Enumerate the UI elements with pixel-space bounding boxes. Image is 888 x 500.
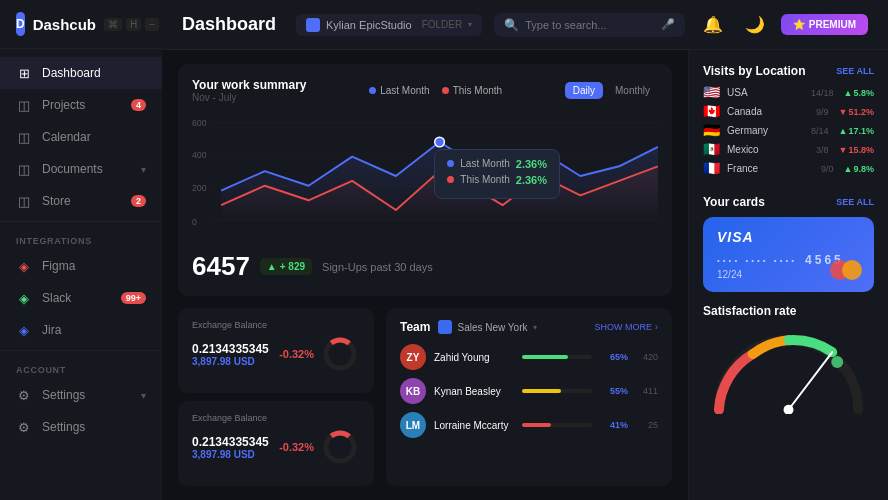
signups-label: Sign-Ups past 30 days bbox=[322, 261, 433, 273]
sidebar-item-dashboard[interactable]: ⊞ Dashboard bbox=[0, 57, 162, 89]
topbar: Dashboard Kylian EpicStudio FOLDER ▾ 🔍 🎤… bbox=[162, 0, 888, 50]
monthly-button[interactable]: Monthly bbox=[607, 82, 658, 99]
sidebar-item-label: Calendar bbox=[42, 130, 91, 144]
card-dots-text: •••• •••• •••• bbox=[717, 256, 797, 265]
projects-icon: ◫ bbox=[16, 97, 32, 113]
germany-flag: 🇩🇪 bbox=[703, 124, 721, 137]
visits-title: Visits by Location bbox=[703, 64, 805, 78]
workspace-icon bbox=[306, 18, 320, 32]
sidebar-item-settings-1[interactable]: ⚙ Settings ▾ bbox=[0, 379, 162, 411]
exchange-value-1: 0.2134335345 bbox=[192, 342, 269, 356]
svg-point-12 bbox=[326, 433, 354, 461]
tooltip-label-last: Last Month bbox=[460, 158, 509, 169]
exchange-values-1: 0.2134335345 3,897.98 USD bbox=[192, 342, 269, 367]
legend-label-last: Last Month bbox=[380, 85, 429, 96]
exchange-value-2: 0.2134335345 bbox=[192, 435, 269, 449]
donut-chart-1 bbox=[320, 334, 360, 374]
show-more-button[interactable]: SHOW MORE › bbox=[595, 322, 659, 332]
office-name: Sales New York bbox=[457, 322, 527, 333]
member-row-3: LM Lorraine Mccarty 41% 25 bbox=[400, 412, 658, 438]
store-icon: ◫ bbox=[16, 193, 32, 209]
shortcut-h: H bbox=[126, 18, 141, 31]
usa-change: ▲ 5.8% bbox=[844, 88, 874, 98]
sidebar-item-slack[interactable]: ◈ Slack 99+ bbox=[0, 282, 162, 314]
sidebar-item-documents[interactable]: ◫ Documents ▾ bbox=[0, 153, 162, 185]
chart-svg-wrap: 600 400 200 0 bbox=[192, 111, 658, 245]
chart-legend: Last Month This Month bbox=[369, 85, 502, 96]
member-name-2: Kynan Beasley bbox=[434, 386, 514, 397]
exchange-label-1: Exchange Balance bbox=[192, 320, 360, 330]
office-chevron: ▾ bbox=[533, 323, 537, 332]
chart-info: Your work summary Nov - July bbox=[192, 78, 306, 103]
sidebar-item-projects[interactable]: ◫ Projects 4 bbox=[0, 89, 162, 121]
visits-section: Visits by Location SEE ALL 🇺🇸 USA 14/18 … bbox=[703, 64, 874, 181]
legend-last-month: Last Month bbox=[369, 85, 429, 96]
visits-see-all[interactable]: SEE ALL bbox=[836, 66, 874, 76]
sidebar-item-settings-2[interactable]: ⚙ Settings bbox=[0, 411, 162, 443]
calendar-icon: ◫ bbox=[16, 129, 32, 145]
signups-count: 6457 bbox=[192, 251, 250, 282]
tooltip-row-last: Last Month 2.36% bbox=[447, 158, 547, 170]
location-row-mexico: 🇲🇽 Mexico 3/8 ▼ 15.8% bbox=[703, 143, 874, 156]
right-panel: Visits by Location SEE ALL 🇺🇸 USA 14/18 … bbox=[688, 50, 888, 500]
sidebar-logo: D Dashcub ⌘ H − bbox=[0, 0, 162, 49]
member-bar-wrap-3 bbox=[522, 423, 592, 427]
sidebar-item-calendar[interactable]: ◫ Calendar bbox=[0, 121, 162, 153]
usa-num: 14/18 bbox=[811, 88, 834, 98]
france-num: 9/0 bbox=[821, 164, 834, 174]
search-bar[interactable]: 🔍 🎤 bbox=[494, 13, 685, 37]
member-bar-wrap-1 bbox=[522, 355, 592, 359]
slack-badge: 99+ bbox=[121, 292, 146, 304]
svg-text:200: 200 bbox=[192, 183, 207, 193]
member-bar-wrap-2 bbox=[522, 389, 592, 393]
cards-header: Your cards SEE ALL bbox=[703, 195, 874, 209]
badge-value: + 829 bbox=[280, 261, 305, 272]
center-panel: Your work summary Nov - July Last Month … bbox=[162, 50, 688, 500]
usa-name: USA bbox=[727, 87, 805, 98]
visa-label: VISA bbox=[717, 229, 860, 245]
logo-text: Dashcub bbox=[33, 16, 96, 33]
dashboard-icon: ⊞ bbox=[16, 65, 32, 81]
exchange-usd-2: 3,897.98 USD bbox=[192, 449, 269, 460]
mexico-num: 3/8 bbox=[816, 145, 829, 155]
tooltip-val-last: 2.36% bbox=[516, 158, 547, 170]
member-row-2: KB Kynan Beasley 55% 411 bbox=[400, 378, 658, 404]
workspace-selector[interactable]: Kylian EpicStudio FOLDER ▾ bbox=[296, 14, 482, 36]
exchange-values-2: 0.2134335345 3,897.98 USD bbox=[192, 435, 269, 460]
legend-label-this: This Month bbox=[453, 85, 502, 96]
chart-header: Your work summary Nov - July Last Month … bbox=[192, 78, 658, 103]
theme-toggle-button[interactable]: 🌙 bbox=[739, 9, 771, 41]
legend-this-month: This Month bbox=[442, 85, 502, 96]
donut-chart-2 bbox=[320, 427, 360, 467]
cards-section: Your cards SEE ALL VISA •••• •••• •••• 4… bbox=[703, 195, 874, 292]
canada-num: 9/9 bbox=[816, 107, 829, 117]
notifications-button[interactable]: 🔔 bbox=[697, 9, 729, 41]
sidebar-item-jira[interactable]: ◈ Jira bbox=[0, 314, 162, 346]
sidebar-item-figma[interactable]: ◈ Figma bbox=[0, 250, 162, 282]
satisfaction-title: Satisfaction rate bbox=[703, 304, 874, 318]
svg-point-10 bbox=[326, 340, 354, 368]
exchange-row-1: 0.2134335345 3,897.98 USD -0.32% bbox=[192, 334, 360, 374]
team-title: Team bbox=[400, 320, 430, 334]
tooltip-val-this: 2.36% bbox=[516, 174, 547, 186]
daily-button[interactable]: Daily bbox=[565, 82, 603, 99]
visits-header: Visits by Location SEE ALL bbox=[703, 64, 874, 78]
mc-circle-orange bbox=[842, 260, 862, 280]
search-input[interactable] bbox=[525, 19, 655, 31]
slack-icon: ◈ bbox=[16, 290, 32, 306]
tooltip-dot-blue bbox=[447, 160, 454, 167]
exchange-right-1: -0.32% bbox=[279, 334, 360, 374]
account-section-label: ACCOUNT bbox=[0, 355, 162, 379]
office-icon bbox=[438, 320, 452, 334]
usa-flag: 🇺🇸 bbox=[703, 86, 721, 99]
exchange-card-1: Exchange Balance 0.2134335345 3,897.98 U… bbox=[178, 308, 374, 393]
store-badge: 2 bbox=[131, 195, 146, 207]
search-icon: 🔍 bbox=[504, 18, 519, 32]
sidebar-item-store[interactable]: ◫ Store 2 bbox=[0, 185, 162, 217]
svg-line-14 bbox=[789, 352, 833, 410]
premium-button[interactable]: ⭐ PREMIUM bbox=[781, 14, 868, 35]
cards-see-all[interactable]: SEE ALL bbox=[836, 197, 874, 207]
premium-star-icon: ⭐ bbox=[793, 19, 805, 30]
main-area: Dashboard Kylian EpicStudio FOLDER ▾ 🔍 🎤… bbox=[162, 0, 888, 500]
location-row-france: 🇫🇷 France 9/0 ▲ 9.8% bbox=[703, 162, 874, 175]
